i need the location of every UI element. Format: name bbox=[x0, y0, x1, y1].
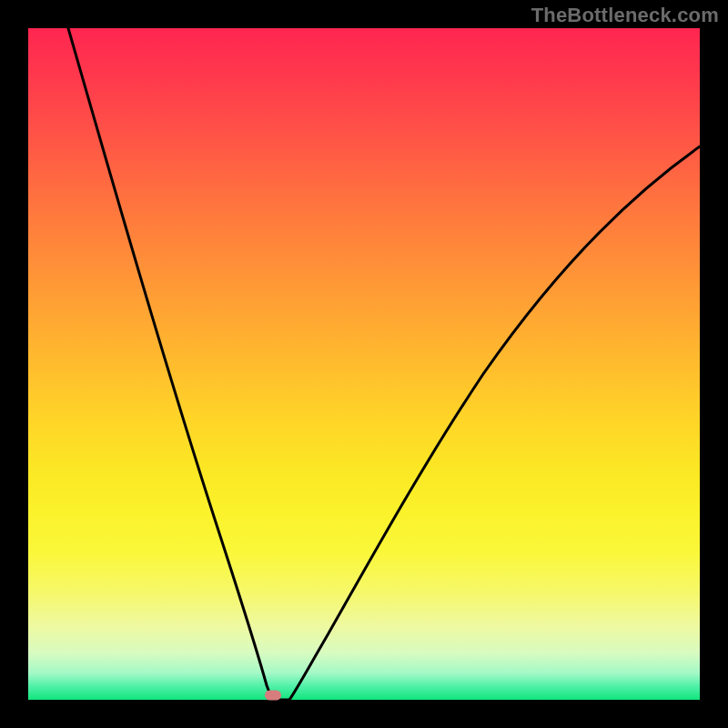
bottleneck-curve-left bbox=[68, 28, 274, 700]
curve-layer bbox=[28, 28, 700, 700]
chart-frame: TheBottleneck.com bbox=[0, 0, 728, 728]
bottleneck-marker bbox=[265, 690, 281, 700]
watermark-text: TheBottleneck.com bbox=[531, 4, 719, 27]
bottleneck-curve-right bbox=[289, 147, 700, 700]
plot-area bbox=[28, 28, 700, 700]
